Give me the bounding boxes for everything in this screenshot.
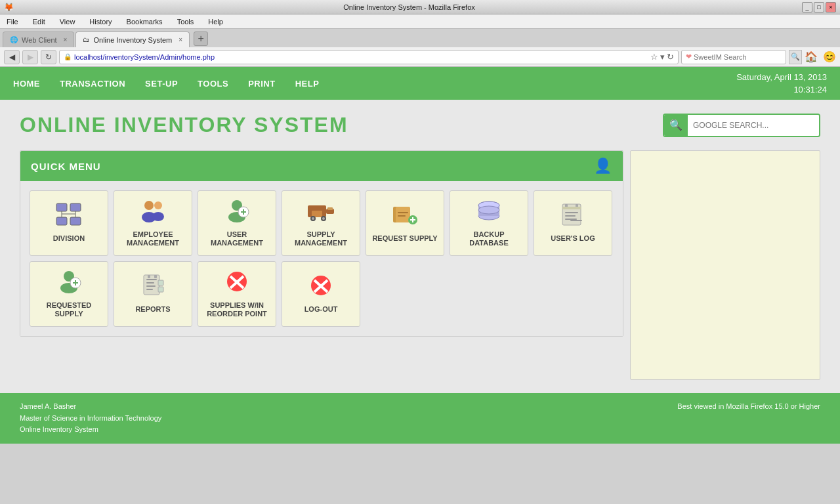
date-display: Saturday, April 13, 2013 xyxy=(736,71,827,84)
menu-card-user[interactable]: USER MANAGEMENT xyxy=(198,190,276,256)
smiley-icon[interactable]: 😊 xyxy=(823,51,836,63)
main-content: ONLINE INVENTORY SYSTEM 🔍 QUICK MENU 👤 xyxy=(0,100,840,393)
menu-card-request-supply[interactable]: REQUEST SUPPLY xyxy=(366,190,444,256)
svg-rect-57 xyxy=(158,280,163,285)
sweetim-search-input[interactable] xyxy=(694,53,759,61)
sweetim-logo: ❤ xyxy=(686,52,692,61)
menu-card-users-log[interactable]: USER'S LOG xyxy=(534,190,612,256)
svg-rect-2 xyxy=(56,217,67,225)
footer-author-title: Master of Science in Information Technol… xyxy=(20,413,161,425)
google-search-input[interactable] xyxy=(688,115,819,136)
browser-menubar: File Edit View History Bookmarks Tools H… xyxy=(0,14,840,29)
sweetim-search-button[interactable]: 🔍 xyxy=(789,50,802,64)
reload-button[interactable]: ↻ xyxy=(41,50,56,64)
google-search-box: 🔍 xyxy=(663,114,820,137)
left-panel: QUICK MENU 👤 xyxy=(20,150,623,380)
footer-content: Jameel A. Basher Master of Science in In… xyxy=(20,401,820,436)
page-wrapper: HOME TRANSACTION SET-UP TOOLS PRINT HELP… xyxy=(0,67,840,444)
maximize-button[interactable]: □ xyxy=(814,2,824,12)
datetime-display: Saturday, April 13, 2013 10:31:24 xyxy=(736,71,827,96)
supply-mgmt-icon xyxy=(306,199,335,226)
bookmark-star-icon[interactable]: ☆ xyxy=(650,52,658,62)
svg-rect-25 xyxy=(396,207,410,222)
back-button[interactable]: ◀ xyxy=(4,50,20,64)
request-supply-label: REQUEST SUPPLY xyxy=(372,234,437,243)
menu-card-employee[interactable]: EMPLOYEE MANAGEMENT xyxy=(114,190,192,256)
svg-rect-23 xyxy=(327,207,333,210)
menu-edit[interactable]: Edit xyxy=(29,16,49,27)
menu-file[interactable]: File xyxy=(3,16,22,27)
request-supply-icon xyxy=(392,203,418,230)
svg-rect-40 xyxy=(565,212,578,213)
tab-inventory[interactable]: 🗂 Online Inventory System × xyxy=(75,32,190,47)
reports-label: REPORTS xyxy=(135,305,170,314)
svg-rect-3 xyxy=(70,217,81,225)
top-nav: HOME TRANSACTION SET-UP TOOLS PRINT HELP… xyxy=(0,67,840,100)
minimize-button[interactable]: _ xyxy=(802,2,812,12)
close-button[interactable]: × xyxy=(826,2,836,12)
svg-point-7 xyxy=(144,201,154,210)
sweetim-search-box[interactable]: ❤ xyxy=(681,50,786,64)
logout-icon xyxy=(308,274,334,301)
user-mgmt-icon xyxy=(224,199,250,226)
svg-rect-55 xyxy=(148,275,150,278)
tab-webclient-label: Web Client xyxy=(22,36,57,44)
logout-label: LOG-OUT xyxy=(304,305,338,314)
address-box[interactable]: 🔒 ☆ ▾ ↻ xyxy=(59,50,679,64)
footer-author: Jameel A. Basher xyxy=(20,401,161,413)
tab-webclient-close[interactable]: × xyxy=(64,36,68,43)
division-icon xyxy=(56,203,82,230)
footer-compatibility: Best viewed in Mozilla Firefox 15.0 or H… xyxy=(677,401,820,413)
svg-rect-53 xyxy=(146,285,156,287)
nav-links: HOME TRANSACTION SET-UP TOOLS PRINT HELP xyxy=(13,79,319,89)
nav-transaction[interactable]: TRANSACTION xyxy=(60,79,125,89)
menu-card-reports[interactable]: REPORTS xyxy=(114,261,192,327)
reorder-label: SUPPLIES W/IN REORDER POINT xyxy=(203,301,270,318)
menu-card-supply[interactable]: SUPPLY MANAGEMENT xyxy=(282,190,360,256)
nav-print[interactable]: PRINT xyxy=(248,79,276,89)
nav-help[interactable]: HELP xyxy=(295,79,320,89)
tab-webclient[interactable]: 🌐 Web Client × xyxy=(3,32,74,47)
reports-icon xyxy=(140,274,166,301)
menu-card-division[interactable]: DIVISION xyxy=(30,190,108,256)
refresh-icon[interactable]: ↻ xyxy=(667,52,674,62)
menu-card-backup[interactable]: BACKUP DATABASE xyxy=(450,190,528,256)
browser-title: Online Inventory System - Mozilla Firefo… xyxy=(16,3,802,11)
tab-webclient-favicon: 🌐 xyxy=(10,36,18,43)
svg-rect-51 xyxy=(146,279,157,280)
google-search-icon: 🔍 xyxy=(664,115,688,136)
home-button[interactable]: 🏠 xyxy=(805,51,818,63)
svg-rect-52 xyxy=(146,282,154,284)
nav-setup[interactable]: SET-UP xyxy=(145,79,178,89)
menu-bookmarks[interactable]: Bookmarks xyxy=(123,16,167,27)
menu-tools[interactable]: Tools xyxy=(173,16,198,27)
backup-label: BACKUP DATABASE xyxy=(455,230,522,247)
browser-addressbar: ◀ ▶ ↻ 🔒 ☆ ▾ ↻ ❤ 🔍 🏠 😊 xyxy=(0,47,840,67)
forward-button[interactable]: ▶ xyxy=(22,50,38,64)
url-input[interactable] xyxy=(74,53,650,61)
menu-card-logout[interactable]: LOG-OUT xyxy=(282,261,360,327)
svg-rect-27 xyxy=(398,215,406,217)
nav-tools[interactable]: TOOLS xyxy=(198,79,228,89)
content-row: QUICK MENU 👤 xyxy=(20,150,820,380)
menu-view[interactable]: View xyxy=(56,16,79,27)
footer-left: Jameel A. Basher Master of Science in In… xyxy=(20,401,161,436)
tab-inventory-favicon: 🗂 xyxy=(83,36,89,43)
bookmark-down-icon[interactable]: ▾ xyxy=(660,52,665,62)
svg-rect-54 xyxy=(146,289,153,290)
svg-rect-58 xyxy=(158,287,163,292)
tab-inventory-close[interactable]: × xyxy=(178,36,182,43)
menu-card-reorder[interactable]: SUPPLIES W/IN REORDER POINT xyxy=(198,261,276,327)
svg-point-21 xyxy=(322,217,325,220)
menu-card-requested[interactable]: REQUESTED SUPPLY xyxy=(30,261,108,327)
svg-point-9 xyxy=(154,201,162,209)
svg-rect-1 xyxy=(70,203,81,211)
menu-history[interactable]: History xyxy=(85,16,116,27)
users-log-label: USER'S LOG xyxy=(551,234,595,243)
nav-home[interactable]: HOME xyxy=(13,79,40,89)
menu-help[interactable]: Help xyxy=(204,16,227,27)
division-label: DIVISION xyxy=(53,234,85,243)
new-tab-button[interactable]: + xyxy=(194,32,208,46)
quick-menu-label: QUICK MENU xyxy=(31,161,101,172)
svg-rect-50 xyxy=(144,275,159,295)
